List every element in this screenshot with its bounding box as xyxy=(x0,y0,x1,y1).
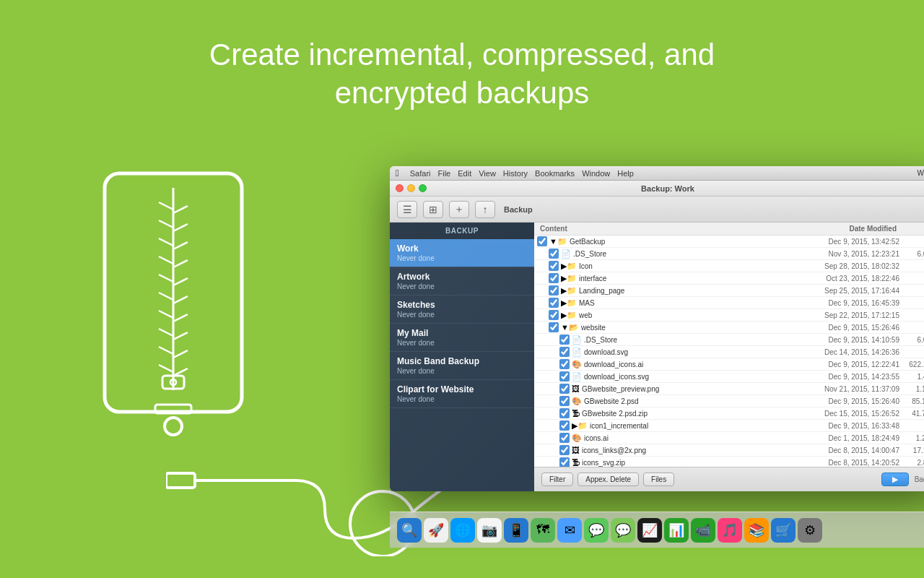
dock-icon-safari[interactable]: 🌐 xyxy=(450,518,475,543)
table-row[interactable]: 📄 download.svg Dec 14, 2015, 14:26:36 93… xyxy=(534,346,924,358)
dock-icon-facetime[interactable]: 📹 xyxy=(691,518,715,543)
file-size: 2.87 KB xyxy=(899,459,924,467)
file-check[interactable] xyxy=(549,273,559,283)
table-row[interactable]: ▶📁 interface Oct 23, 2015, 18:22:46 -- xyxy=(534,272,924,285)
file-check[interactable] xyxy=(537,236,547,246)
dock-icon-launchpad[interactable]: 🚀 xyxy=(424,518,448,543)
menu-help[interactable]: Help xyxy=(617,169,634,178)
sidebar-item-musicband[interactable]: Music Band Backup Never done xyxy=(390,352,534,380)
table-row[interactable]: 📄 download_icons.svg Dec 9, 2015, 14:23:… xyxy=(534,371,924,383)
file-name: Landing_page xyxy=(579,287,791,295)
file-check[interactable] xyxy=(549,285,559,296)
fullscreen-button[interactable] xyxy=(419,184,427,192)
file-check[interactable] xyxy=(549,310,559,320)
menu-history[interactable]: History xyxy=(503,169,528,178)
table-row[interactable]: 🗜 GBwebsite 2.psd.zip Dec 15, 2015, 15:2… xyxy=(534,407,924,420)
files-button[interactable]: Files xyxy=(643,473,674,486)
folder-open-icon: ▼📂 xyxy=(561,323,579,332)
table-row[interactable]: ▶📁 MAS Dec 9, 2015, 16:45:39 -- xyxy=(534,297,924,309)
file-check[interactable] xyxy=(549,322,559,332)
menu-safari[interactable]: Safari xyxy=(410,169,431,178)
sidebar-item-mymail[interactable]: My Mail Never done xyxy=(390,324,534,352)
menu-window[interactable]: Window xyxy=(582,169,610,178)
file-size: 85.15 MB xyxy=(899,397,924,405)
backup-button[interactable]: ▶ xyxy=(881,473,909,486)
sidebar-item-sketches[interactable]: Sketches Never done xyxy=(390,296,534,324)
dock-icon-itunes[interactable]: 🎵 xyxy=(718,518,742,543)
folder-icon: ▶📁 xyxy=(561,286,577,296)
file-check[interactable] xyxy=(549,249,559,259)
table-row[interactable]: 🎨 GBwebsite 2.psd Dec 9, 2015, 15:26:40 … xyxy=(534,395,924,407)
file-name: icons_svg.zip xyxy=(582,459,791,467)
menu-file[interactable]: File xyxy=(438,169,451,178)
table-row[interactable]: ▶📁 web Sep 22, 2015, 17:12:15 -- xyxy=(534,309,924,322)
file-check[interactable] xyxy=(559,457,570,467)
table-row[interactable]: ▼📁 GetBackup Dec 9, 2015, 13:42:52 -- xyxy=(534,236,924,248)
filter-button[interactable]: Filter xyxy=(541,473,573,486)
dock-icon-ibooks[interactable]: 📚 xyxy=(744,518,769,543)
file-check[interactable] xyxy=(549,298,559,308)
file-size: -- xyxy=(899,299,924,307)
dock-icon-finder[interactable]: 🔍 xyxy=(397,518,422,543)
dock-icon-messages[interactable]: 💬 xyxy=(584,518,609,543)
toolbar-add-btn[interactable]: ＋ xyxy=(449,201,469,218)
apple-menu-icon[interactable]:  xyxy=(396,168,399,178)
table-row[interactable]: 🖼 icons_links@2x.png Dec 8, 2015, 14:00:… xyxy=(534,444,924,457)
table-row[interactable]: ▶📁 icon1_incremental Dec 9, 2015, 16:33:… xyxy=(534,420,924,432)
file-date: Nov 3, 2015, 12:23:21 xyxy=(791,250,899,258)
file-check[interactable] xyxy=(559,335,570,345)
table-row[interactable]: 🗜 icons_svg.zip Dec 8, 2015, 14:20:52 2.… xyxy=(534,457,924,467)
dock-icon-mail[interactable]: ✉ xyxy=(557,518,582,543)
dock-icon-stocks[interactable]: 📈 xyxy=(637,518,662,543)
file-check[interactable] xyxy=(559,371,570,381)
toolbar-grid-btn[interactable]: ⊞ xyxy=(423,201,443,218)
sidebar-item-clipart[interactable]: Clipart for Website Never done xyxy=(390,380,534,408)
headline-line1: Create incremental, compressed, and xyxy=(144,36,780,74)
table-row[interactable]: 📄 .DS_Store Nov 3, 2015, 12:23:21 6.00 K… xyxy=(534,248,924,260)
sidebar-item-work[interactable]: Work Never done xyxy=(390,239,534,267)
file-check[interactable] xyxy=(559,408,570,418)
dock-icon-appstore[interactable]: 📱 xyxy=(504,518,528,543)
file-size: 935 B xyxy=(899,348,924,356)
sidebar-item-artwork[interactable]: Artwork Never done xyxy=(390,267,534,296)
file-date: Dec 8, 2015, 14:00:47 xyxy=(791,447,899,454)
dock-icon-numbers[interactable]: 📊 xyxy=(664,518,689,543)
close-button[interactable] xyxy=(396,184,404,192)
table-row[interactable]: 🎨 icons.ai Dec 1, 2015, 18:24:49 1.21 MB xyxy=(534,432,924,444)
menu-view[interactable]: View xyxy=(479,169,496,178)
appex-delete-button[interactable]: Appex. Delete xyxy=(578,473,639,486)
file-date: Nov 21, 2015, 11:37:09 xyxy=(791,385,899,393)
headline: Create incremental, compressed, and encr… xyxy=(0,36,924,112)
file-check[interactable] xyxy=(559,359,570,369)
file-check[interactable] xyxy=(559,433,570,443)
minimize-button[interactable] xyxy=(407,184,415,192)
table-row[interactable]: ▶📁 Landing_page Sep 25, 2015, 17:16:44 -… xyxy=(534,285,924,297)
file-list[interactable]: ▼📁 GetBackup Dec 9, 2015, 13:42:52 -- 📄 … xyxy=(534,236,924,467)
table-row[interactable]: 🎨 download_icons.ai Dec 9, 2015, 12:22:4… xyxy=(534,358,924,371)
table-row[interactable]: 📄 .DS_Store Dec 9, 2015, 14:10:59 6.00 K… xyxy=(534,334,924,346)
dock-icon-photos[interactable]: 📷 xyxy=(477,518,502,543)
table-row[interactable]: ▼📂 website Dec 9, 2015, 15:26:46 -- xyxy=(534,322,924,334)
file-check[interactable] xyxy=(559,347,570,357)
dock-icon-syspreferences[interactable]: ⚙ xyxy=(798,518,822,543)
menu-edit[interactable]: Edit xyxy=(458,169,471,178)
menu-bookmarks[interactable]: Bookmarks xyxy=(535,169,575,178)
dock-icon-appstore2[interactable]: 🛒 xyxy=(771,518,796,543)
dock-icon-wechat[interactable]: 💬 xyxy=(611,518,635,543)
toolbar-list-btn[interactable]: ☰ xyxy=(397,201,417,218)
file-size: 6.00 KB xyxy=(899,250,924,258)
table-row[interactable]: 🖼 GBwebsite_preview.png Nov 21, 2015, 11… xyxy=(534,383,924,395)
file-check[interactable] xyxy=(559,396,570,406)
file-check[interactable] xyxy=(559,420,570,431)
file-check[interactable] xyxy=(559,445,570,455)
mac-window:  Safari File Edit View History Bookmark… xyxy=(390,166,924,491)
table-row[interactable]: ▶📁 Icon Sep 28, 2015, 18:02:32 -- xyxy=(534,260,924,272)
dock-icon-maps[interactable]: 🗺 xyxy=(531,518,555,543)
toolbar-share-btn[interactable]: ↑ xyxy=(475,201,495,218)
file-browser-header: Content Date Modified Size xyxy=(534,223,924,236)
file-check[interactable] xyxy=(559,384,570,394)
menu-bar:  Safari File Edit View History Bookmark… xyxy=(390,166,924,181)
svg-line-22 xyxy=(173,350,188,358)
file-check[interactable] xyxy=(549,261,559,271)
file-size: -- xyxy=(899,324,924,332)
